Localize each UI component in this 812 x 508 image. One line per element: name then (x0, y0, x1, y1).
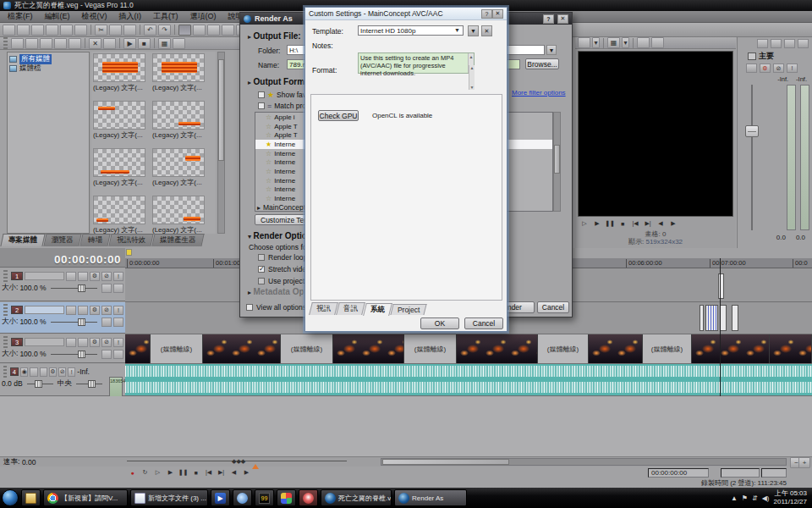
start-button[interactable] (2, 489, 19, 506)
mute-icon[interactable]: ⊘ (102, 338, 112, 347)
format-scrollbar[interactable]: ▲▼ (469, 65, 475, 90)
media-player-taskbar-button[interactable]: ▶ (211, 489, 230, 506)
settings-tab[interactable]: Project (390, 304, 427, 315)
track-motion-icon[interactable] (66, 272, 76, 281)
selection-start-field[interactable] (721, 468, 760, 478)
preview-play-button[interactable]: ▶ (592, 219, 602, 228)
timeline-event[interactable] (705, 305, 718, 331)
game-app-taskbar-button[interactable] (277, 489, 296, 506)
chevron-down-icon[interactable]: ▾ (622, 37, 629, 48)
stop-button[interactable]: ■ (190, 468, 201, 478)
track-header-3[interactable]: 3 ⚙ ⊘ ! 大小: 100.0 % (0, 334, 125, 363)
video-event[interactable] (457, 334, 538, 363)
solo-icon[interactable]: ! (113, 272, 123, 281)
track-grip[interactable] (3, 336, 8, 348)
custom-dialog-titlebar[interactable]: Custom Settings - MainConcept AVC/AAC ? … (305, 8, 507, 20)
action-center-flag-icon[interactable]: ⚑ (742, 494, 748, 502)
folder-dropdown-icon[interactable]: ▼ (546, 45, 557, 55)
make-child-icon[interactable] (113, 318, 123, 327)
timeline-event[interactable] (700, 305, 704, 331)
preview-play-from-start-button[interactable]: ▷ (579, 219, 590, 228)
timeline-event[interactable] (732, 305, 738, 331)
compositing-mode-icon[interactable] (102, 318, 112, 327)
browse-button[interactable]: Browse... (525, 58, 559, 69)
help-icon[interactable]: ? (543, 14, 554, 24)
cursor-time-display[interactable]: 00:00:00:00 (0, 253, 121, 266)
chrome-taskbar-button[interactable]: 【新視窗】請問V... (43, 489, 128, 506)
video-event[interactable]: (媒體離線) (281, 334, 333, 363)
track-motion-icon[interactable] (66, 338, 76, 347)
messenger-taskbar-button[interactable] (233, 489, 252, 506)
delete-template-icon[interactable]: ✕ (481, 25, 492, 36)
section-output-file[interactable]: ▸ Output File: (248, 31, 301, 41)
notes-box[interactable]: Use this setting to create an MP4 (AVC/A… (358, 52, 475, 74)
automation-gear-icon[interactable]: ⚙ (760, 64, 771, 73)
remove-media-icon[interactable]: ✕ (89, 38, 102, 49)
media-search-icon[interactable] (69, 38, 81, 49)
vegas-project-taskbar-button[interactable]: 死亡之翼的脊椎.v... (321, 489, 392, 506)
copy-snapshot-icon[interactable] (637, 37, 650, 48)
play-from-start-button[interactable]: ▷ (152, 468, 163, 478)
track-name-field[interactable] (25, 272, 64, 280)
media-item[interactable]: (Legacy) 文字(... (152, 53, 206, 92)
slider-handle[interactable] (78, 284, 85, 292)
slider-handle[interactable] (88, 380, 96, 388)
track-grip[interactable] (3, 366, 7, 378)
menu-item[interactable]: 編輯(E) (39, 11, 76, 22)
video-event[interactable] (125, 334, 151, 363)
solo-icon[interactable]: ! (113, 338, 123, 347)
menu-item[interactable]: 檢視(V) (76, 11, 113, 22)
scrollbar-thumb[interactable] (382, 459, 509, 465)
mute-icon[interactable]: ⊘ (58, 367, 66, 377)
slider-handle[interactable] (78, 351, 85, 358)
media-properties-icon[interactable] (103, 38, 116, 49)
media-item[interactable]: (Legacy) 文字(... (93, 101, 147, 140)
template-combo[interactable]: Internet HD 1080p (358, 25, 464, 36)
track-volume-slider[interactable] (27, 384, 53, 384)
downmix-icon[interactable] (771, 39, 782, 48)
settings-tab[interactable]: 音訊 (336, 302, 365, 315)
media-play-icon[interactable]: ▶ (123, 38, 136, 49)
get-media-web-icon[interactable] (54, 38, 67, 49)
master-fader-handle[interactable] (745, 125, 759, 137)
track-row-3-video[interactable]: (媒體離線)(媒體離線)(媒體離線)(媒體離線)(媒體離線) (125, 334, 812, 364)
next-frame-button[interactable]: ▶ (241, 468, 252, 478)
track-fx-icon[interactable] (78, 338, 88, 347)
fader-mode-icon[interactable] (746, 64, 757, 73)
prev-frame-button[interactable]: ◀ (228, 468, 239, 478)
view-all-options-row[interactable]: View all options (246, 303, 306, 312)
track-pan-slider[interactable] (76, 384, 102, 384)
checkbox[interactable] (246, 304, 253, 311)
explorer-taskbar-button[interactable] (21, 489, 41, 506)
menu-item[interactable]: 工具(T) (147, 11, 184, 22)
loop-playback-button[interactable]: ↻ (140, 468, 151, 478)
render-as-taskbar-button[interactable]: Render As (394, 489, 467, 506)
make-child-icon[interactable] (113, 350, 123, 359)
media-item[interactable]: (Legacy) 文字(... (93, 53, 147, 92)
media-item[interactable]: (Legacy) 文字(... (152, 196, 206, 234)
preview-stop-button[interactable]: ■ (617, 219, 628, 228)
menu-item[interactable]: 檔案(F) (2, 11, 39, 22)
track-name-field[interactable] (25, 338, 64, 346)
track-name-field[interactable] (25, 306, 64, 314)
video-event[interactable]: (媒體離線) (151, 334, 203, 363)
checkbox[interactable] (258, 254, 265, 261)
media-bin-item[interactable]: 媒體檔 (9, 64, 87, 73)
render-as-icon[interactable] (74, 25, 87, 36)
media-bin-item[interactable]: 所有媒體 (9, 54, 87, 64)
more-filter-options-link[interactable]: More filter options (512, 89, 566, 97)
menu-item[interactable]: 插入(I) (113, 11, 148, 22)
video-event[interactable] (770, 334, 812, 363)
menu-item[interactable]: 選項(O) (184, 11, 222, 22)
track-header-1[interactable]: 1 ⚙ ⊘ ! 大小: 100.0 % (0, 268, 125, 301)
preview-go-to-start-button[interactable]: |◀ (630, 219, 640, 228)
insert-bus-icon[interactable] (757, 39, 768, 48)
track-row-4-audio[interactable] (125, 364, 812, 396)
checkbox[interactable] (258, 102, 265, 109)
redo-icon[interactable]: ↷ (158, 25, 171, 36)
go-to-start-button[interactable]: |◀ (203, 468, 214, 478)
remote-app-taskbar-button[interactable] (299, 489, 318, 506)
template-list-scrollbar[interactable] (553, 112, 561, 212)
automation-gear-icon[interactable]: ⚙ (90, 272, 100, 281)
solo-icon[interactable]: ! (113, 306, 123, 315)
